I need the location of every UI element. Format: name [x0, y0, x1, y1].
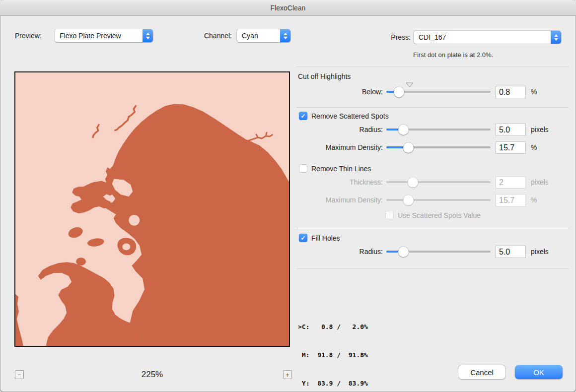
separator — [296, 228, 569, 228]
use-scattered-spots-value-checkbox — [385, 211, 394, 219]
separator — [296, 66, 569, 67]
thickness-field — [496, 176, 526, 189]
thickness-unit: pixels — [531, 176, 549, 189]
use-scattered-spots-value-label: Use Scattered Spots Value — [398, 211, 481, 220]
press-label: Press: — [366, 31, 411, 44]
thickness-label: Thickness: — [296, 176, 383, 189]
ink-coverage-readout: >C: 0.8 / 2.0% M: 91.8 / 91.8% Y: 83.9 /… — [298, 303, 370, 392]
cancel-button[interactable]: Cancel — [458, 365, 505, 379]
preview-popup-value: Flexo Plate Preview — [55, 32, 143, 40]
fill-holes-checkbox[interactable]: ✓ — [299, 234, 307, 242]
thin-density-field — [496, 194, 526, 206]
zoom-level-label: 225% — [14, 370, 290, 380]
press-popup[interactable]: CDI_167 — [414, 31, 561, 44]
preview-label: Preview: — [15, 29, 42, 42]
cutoff-heading: Cut off Highlights — [298, 72, 351, 80]
fill-radius-unit: pixels — [531, 246, 549, 258]
thin-density-label: Maximum Density: — [296, 194, 383, 206]
scattered-radius-field[interactable] — [496, 124, 526, 136]
popup-stepper-icon — [143, 29, 153, 42]
thickness-slider — [386, 176, 491, 189]
thin-density-slider — [386, 194, 491, 206]
below-slider[interactable] — [386, 86, 491, 98]
press-popup-value: CDI_167 — [414, 33, 551, 41]
remove-scattered-spots-label: Remove Scattered Spots — [311, 112, 389, 121]
stat-row-magenta: M: 91.8 / 91.8% — [298, 350, 370, 360]
stat-row-yellow: Y: 83.9 / 83.9% — [298, 379, 370, 388]
title-bar[interactable]: FlexoClean — [0, 0, 576, 16]
checkmark-icon: ✓ — [300, 113, 305, 119]
below-unit: % — [531, 86, 537, 98]
plate-preview-image — [15, 72, 289, 346]
flexoclean-dialog: FlexoClean Preview: Flexo Plate Preview … — [0, 0, 576, 392]
channel-popup-value: Cyan — [237, 32, 280, 40]
zoom-in-button[interactable]: + — [283, 370, 292, 379]
slider-thumb — [403, 195, 414, 205]
fill-radius-label: Radius: — [296, 246, 383, 258]
thin-density-unit: % — [531, 194, 537, 206]
slider-thumb — [408, 177, 418, 188]
channel-label: Channel: — [194, 29, 232, 42]
slider-track — [386, 181, 491, 183]
separator — [296, 268, 569, 269]
fill-holes-label: Fill Holes — [311, 234, 340, 243]
stat-row-cyan: >C: 0.8 / 2.0% — [298, 322, 370, 331]
remove-thin-lines-checkbox[interactable] — [299, 164, 307, 173]
scattered-radius-label: Radius: — [296, 124, 383, 136]
scattered-density-label: Maximum Density: — [296, 141, 383, 154]
below-value-field[interactable] — [496, 86, 526, 98]
scattered-density-slider[interactable] — [386, 141, 491, 154]
slider-track[interactable] — [386, 146, 491, 148]
below-label: Below: — [296, 86, 383, 98]
scattered-density-unit: % — [531, 141, 537, 154]
slider-thumb[interactable] — [394, 87, 404, 97]
popup-stepper-icon — [551, 31, 561, 44]
remove-scattered-spots-checkbox[interactable]: ✓ — [299, 112, 307, 120]
fill-radius-slider[interactable] — [386, 246, 491, 258]
channel-popup[interactable]: Cyan — [237, 29, 290, 42]
scattered-density-field[interactable] — [496, 141, 526, 154]
scattered-radius-slider[interactable] — [386, 124, 491, 136]
popup-stepper-icon — [280, 29, 290, 42]
first-dot-note: First dot on plate is at 2.0%. — [413, 51, 493, 59]
slider-thumb[interactable] — [403, 142, 414, 153]
slider-thumb[interactable] — [398, 247, 409, 257]
window-title: FlexoClean — [271, 4, 306, 12]
slider-thumb[interactable] — [398, 125, 409, 135]
fill-radius-field[interactable] — [496, 246, 526, 258]
remove-thin-lines-label: Remove Thin Lines — [311, 164, 371, 173]
separator — [296, 107, 569, 108]
ok-button[interactable]: OK — [515, 365, 563, 379]
slider-track — [386, 199, 491, 201]
preview-popup[interactable]: Flexo Plate Preview — [55, 29, 153, 42]
plate-preview-canvas[interactable] — [14, 71, 290, 347]
checkmark-icon: ✓ — [300, 235, 305, 241]
scattered-radius-unit: pixels — [531, 124, 549, 136]
